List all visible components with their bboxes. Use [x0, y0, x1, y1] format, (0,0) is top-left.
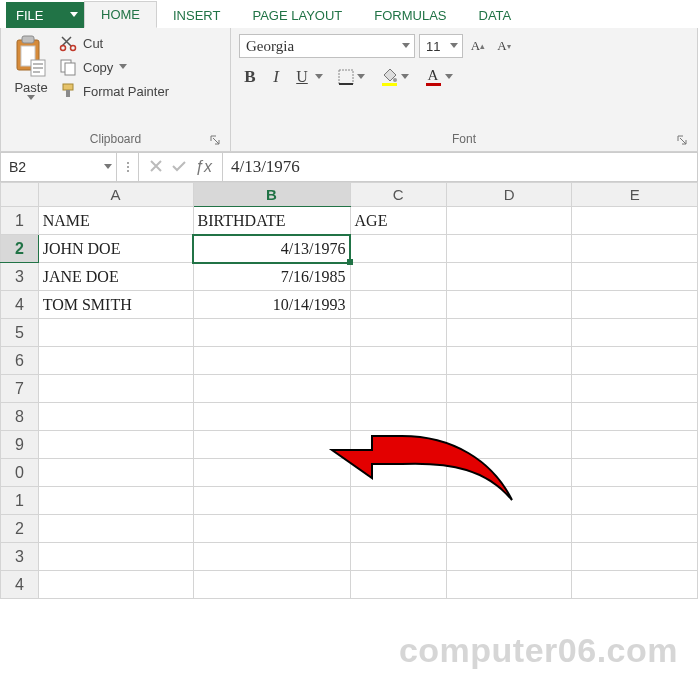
tab-page-layout[interactable]: PAGE LAYOUT — [236, 3, 358, 28]
shrink-font-button[interactable]: A▾ — [493, 35, 515, 57]
cell[interactable] — [572, 431, 698, 459]
name-box[interactable]: B2 — [1, 153, 117, 181]
formula-input[interactable]: 4/13/1976 — [223, 153, 697, 181]
cell[interactable]: TOM SMITH — [38, 291, 193, 319]
cell[interactable] — [193, 515, 350, 543]
cell[interactable] — [38, 403, 193, 431]
borders-button[interactable] — [337, 68, 365, 86]
cell[interactable] — [572, 515, 698, 543]
cell[interactable] — [193, 431, 350, 459]
cell[interactable] — [350, 375, 446, 403]
cell[interactable] — [446, 207, 572, 235]
cell[interactable] — [446, 543, 572, 571]
clipboard-dialog-launcher[interactable] — [207, 132, 222, 147]
row-header[interactable]: 9 — [1, 431, 39, 459]
cell-selected[interactable]: 4/13/1976 — [193, 235, 350, 263]
tab-insert[interactable]: INSERT — [157, 3, 236, 28]
cell[interactable] — [38, 431, 193, 459]
cell[interactable] — [572, 235, 698, 263]
file-tab[interactable]: FILE — [6, 2, 84, 28]
cell[interactable] — [38, 487, 193, 515]
format-painter-button[interactable]: Format Painter — [59, 82, 169, 100]
cell[interactable] — [446, 403, 572, 431]
cell[interactable] — [350, 347, 446, 375]
cell[interactable] — [350, 235, 446, 263]
cell[interactable] — [350, 459, 446, 487]
cell[interactable] — [572, 571, 698, 599]
fill-handle[interactable] — [347, 259, 353, 265]
cell[interactable]: JANE DOE — [38, 263, 193, 291]
cancel-formula-button[interactable] — [149, 157, 163, 178]
underline-button[interactable]: U — [291, 66, 323, 88]
cell[interactable] — [193, 319, 350, 347]
insert-function-button[interactable]: ƒx — [195, 158, 212, 176]
row-header[interactable]: 5 — [1, 319, 39, 347]
cell[interactable]: JOHN DOE — [38, 235, 193, 263]
cell[interactable] — [572, 487, 698, 515]
cut-button[interactable]: Cut — [59, 34, 169, 52]
cell[interactable] — [446, 263, 572, 291]
cell[interactable]: AGE — [350, 207, 446, 235]
cell[interactable] — [572, 459, 698, 487]
tab-data[interactable]: DATA — [463, 3, 528, 28]
cell[interactable] — [350, 543, 446, 571]
row-header[interactable]: 2 — [1, 515, 39, 543]
cell[interactable] — [193, 347, 350, 375]
cell[interactable] — [38, 515, 193, 543]
tab-formulas[interactable]: FORMULAS — [358, 3, 462, 28]
font-color-button[interactable]: A — [423, 67, 453, 87]
row-header[interactable]: 3 — [1, 263, 39, 291]
cell[interactable] — [572, 347, 698, 375]
font-dialog-launcher[interactable] — [674, 132, 689, 147]
col-header-B[interactable]: B — [193, 183, 350, 207]
row-header[interactable]: 6 — [1, 347, 39, 375]
cell[interactable] — [572, 403, 698, 431]
cell[interactable] — [446, 319, 572, 347]
row-header[interactable]: 3 — [1, 543, 39, 571]
cell[interactable] — [193, 571, 350, 599]
cell[interactable] — [193, 375, 350, 403]
row-header[interactable]: 4 — [1, 291, 39, 319]
cell[interactable] — [38, 347, 193, 375]
cell[interactable] — [572, 319, 698, 347]
cell[interactable] — [38, 375, 193, 403]
cell[interactable] — [572, 375, 698, 403]
row-header[interactable]: 7 — [1, 375, 39, 403]
cell[interactable] — [38, 543, 193, 571]
cell[interactable] — [446, 235, 572, 263]
grow-font-button[interactable]: A▴ — [467, 35, 489, 57]
cell[interactable] — [350, 319, 446, 347]
cell[interactable] — [350, 431, 446, 459]
row-header[interactable]: 2 — [1, 235, 39, 263]
cell[interactable] — [446, 375, 572, 403]
italic-button[interactable]: I — [265, 66, 287, 88]
cell[interactable] — [193, 459, 350, 487]
cell[interactable] — [350, 263, 446, 291]
row-header[interactable]: 8 — [1, 403, 39, 431]
cell[interactable] — [572, 291, 698, 319]
cell[interactable] — [572, 263, 698, 291]
cell[interactable] — [38, 459, 193, 487]
cell[interactable] — [193, 403, 350, 431]
copy-button[interactable]: Copy — [59, 58, 169, 76]
cell[interactable] — [446, 487, 572, 515]
col-header-A[interactable]: A — [38, 183, 193, 207]
select-all-corner[interactable] — [1, 183, 39, 207]
tab-home[interactable]: HOME — [84, 1, 157, 28]
cell[interactable] — [38, 319, 193, 347]
cell[interactable] — [350, 515, 446, 543]
row-header[interactable]: 4 — [1, 571, 39, 599]
col-header-D[interactable]: D — [446, 183, 572, 207]
col-header-E[interactable]: E — [572, 183, 698, 207]
cell[interactable]: NAME — [38, 207, 193, 235]
cell[interactable] — [572, 207, 698, 235]
paste-button[interactable]: Paste — [9, 32, 53, 103]
cell[interactable] — [350, 487, 446, 515]
font-size-combo[interactable]: 11 — [419, 34, 463, 58]
row-header[interactable]: 1 — [1, 487, 39, 515]
row-header[interactable]: 0 — [1, 459, 39, 487]
cell[interactable] — [193, 487, 350, 515]
row-header[interactable]: 1 — [1, 207, 39, 235]
cell[interactable] — [38, 571, 193, 599]
cell[interactable] — [350, 291, 446, 319]
